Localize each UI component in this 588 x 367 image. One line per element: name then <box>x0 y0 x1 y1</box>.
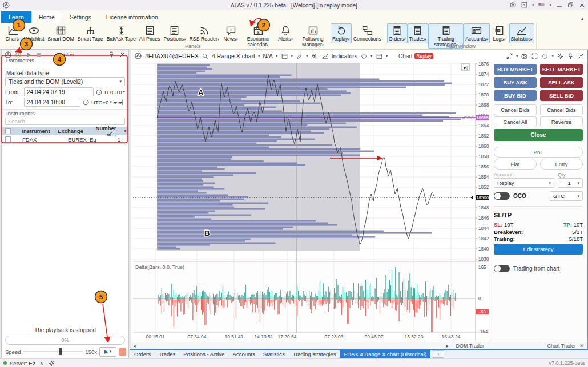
skip-forward-icon[interactable]: ▸▸ <box>114 100 117 105</box>
play-options-caret-icon[interactable]: ▾ <box>110 349 112 354</box>
workspace-tab-active-chart[interactable]: FDAX 4 Range X chart (Historical) <box>340 350 430 358</box>
from-clock-icon[interactable] <box>95 88 103 96</box>
chart-trader-close-icon[interactable]: ✕ <box>579 343 584 349</box>
symbol-search-icon[interactable] <box>202 53 209 60</box>
replay-button[interactable]: Replay▾ <box>331 23 352 43</box>
buy-market-button[interactable]: BUY MARKET <box>494 64 537 75</box>
sort-caret-icon[interactable]: ▾ <box>124 129 126 134</box>
to-timezone-select[interactable]: UTC+0▾ <box>91 99 112 106</box>
chart-status-icon[interactable] <box>541 53 549 60</box>
alerts-button[interactable]: Alerts▾ <box>276 23 295 43</box>
chart-settings-icon[interactable] <box>557 53 564 60</box>
pnl-button[interactable]: PnL <box>494 147 583 158</box>
resize-icon[interactable] <box>506 53 513 60</box>
ribbon-tab-home[interactable]: Home <box>31 11 62 23</box>
workspace-tab-positions-active[interactable]: Positions - Active <box>179 350 228 358</box>
workspace-tab-trades[interactable]: Trades <box>155 350 179 358</box>
chart-close-icon[interactable] <box>577 53 585 60</box>
ribbon-collapse-icon[interactable]: ▴ <box>581 16 583 21</box>
oco-toggle[interactable] <box>494 192 510 200</box>
qty-select[interactable]: 1▾ <box>558 178 583 188</box>
skip-to-end-icon[interactable]: ▸▸▏ <box>119 100 125 105</box>
cancel-all-button[interactable]: Cancel All <box>494 116 537 127</box>
tif-select[interactable]: GTC▾ <box>550 191 583 201</box>
instrument-search-input[interactable] <box>5 118 125 125</box>
trading-from-chart-toggle[interactable] <box>494 265 510 272</box>
flat-button[interactable]: Flat <box>494 159 537 170</box>
account-select[interactable]: Replay▾ <box>494 178 554 188</box>
close-button[interactable] <box>578 1 586 9</box>
loader-icon[interactable] <box>360 53 368 60</box>
chart-button[interactable]: Chart▾ <box>3 23 22 43</box>
speed-slider-handle[interactable] <box>59 348 62 355</box>
scroll-right-icon[interactable]: ▸ <box>446 343 449 349</box>
news-button[interactable]: News▾ <box>221 23 240 43</box>
trades-button[interactable]: Trades▾ <box>408 23 428 43</box>
to-date-input[interactable]: 24.04.24 18:00 <box>24 98 80 107</box>
playback-play-button[interactable]: ▶▾ <box>99 347 116 357</box>
ribbon-tab-settings[interactable]: Settings <box>62 11 99 23</box>
drawing-tools-icon[interactable] <box>296 53 303 60</box>
resize-caret-icon[interactable]: ▾ <box>516 54 518 58</box>
cancel-bids-left-button[interactable]: Cancel Bids <box>494 104 537 115</box>
col-exchange[interactable]: Exchange <box>58 128 96 134</box>
all-prices-button[interactable]: All Prices <box>138 23 162 43</box>
workspace-tab-statistics[interactable]: Statistics <box>259 350 289 358</box>
playback-stop-button[interactable] <box>119 348 126 356</box>
status-caret-icon[interactable]: ▾ <box>551 54 554 58</box>
screenshot-icon[interactable] <box>509 1 517 9</box>
collapse-caret-icon[interactable]: ∧ <box>40 361 43 366</box>
row-checkbox[interactable] <box>5 136 11 142</box>
chart-canvas[interactable]: 00:15:0107:34:0410:51:4114:10:5117:20:54… <box>131 62 489 341</box>
window-layout-icon[interactable] <box>376 53 383 60</box>
indicators-button[interactable]: Indicators <box>332 53 358 59</box>
smart-tape-button[interactable]: Smart Tape <box>76 23 105 43</box>
to-clock-icon[interactable] <box>82 99 90 106</box>
buy-ask-button[interactable]: BUY ASK <box>494 77 537 88</box>
close-position-button[interactable]: Close <box>494 129 583 141</box>
accounts-button[interactable]: Accounts▾ <box>464 23 489 43</box>
buy-bid-button[interactable]: BUY BID <box>494 90 537 101</box>
secondary-select[interactable]: N/A <box>263 53 273 59</box>
replay-stop-button[interactable] <box>35 51 43 59</box>
select-all-checkbox[interactable] <box>5 128 11 134</box>
edit-strategy-button[interactable]: Edit strategy <box>494 244 583 255</box>
ribbon-tab-learn[interactable]: Learn <box>1 11 31 23</box>
language-caret-icon[interactable]: ▾ <box>549 3 551 7</box>
workspace-tab-trading-strategies[interactable]: Trading strategies <box>289 350 340 358</box>
from-date-input[interactable]: 24.04.24 07:19 <box>24 87 94 96</box>
watchlist-button[interactable]: Watchlist <box>22 23 46 43</box>
help-caret-icon[interactable]: ▾ <box>532 3 534 7</box>
bid-ask-tape-button[interactable]: Bid/Ask Tape <box>105 23 138 43</box>
dom-trader-tab[interactable]: DOM Trader <box>456 343 484 349</box>
rss-reader-button[interactable]: RSS Reader▾ <box>187 23 221 43</box>
statistics-button[interactable]: Statistics▾ <box>509 23 534 43</box>
sell-ask-button[interactable]: SELL ASK <box>540 77 583 88</box>
market-data-type-select[interactable]: Ticks and the DOM (Level2) ▾ <box>5 77 125 86</box>
connections-button[interactable]: Connections <box>352 23 383 43</box>
indicators-icon[interactable] <box>321 53 329 60</box>
speed-slider[interactable] <box>23 351 83 352</box>
cancel-bids-right-button[interactable]: Cancel Bids <box>540 104 583 115</box>
chart-screenshot-icon[interactable] <box>521 53 528 60</box>
positions-button[interactable]: Positions▾ <box>162 23 187 43</box>
chart-trader-tab[interactable]: Chart Trader <box>547 343 576 349</box>
instrument-row-fdax[interactable]: FDAXEUREX_Eq1 <box>2 135 128 144</box>
scroll-left-icon[interactable]: ◂ <box>133 343 136 349</box>
smart-dom-button[interactable]: Smart DOM <box>46 23 75 43</box>
chart-pin-icon[interactable] <box>567 53 574 60</box>
fullscreen-icon[interactable] <box>531 53 538 60</box>
logs-button[interactable]: LOGLogs▾ <box>490 23 509 43</box>
orders-button[interactable]: Orders▾ <box>387 23 408 43</box>
chart-symbol[interactable]: #FDAXU4@EUREX <box>145 53 199 59</box>
language-flag-icon[interactable] <box>538 1 545 9</box>
sell-bid-button[interactable]: SELL BID <box>540 90 583 101</box>
ribbon-tab-license-information[interactable]: License information <box>99 11 166 23</box>
minimize-button[interactable] <box>555 1 563 9</box>
entry-button[interactable]: Entry <box>540 159 583 170</box>
restore-button[interactable] <box>567 1 574 9</box>
help-icon[interactable]: ? <box>521 1 528 9</box>
status-settings-icon[interactable] <box>48 360 55 367</box>
replay-power-button[interactable] <box>14 51 22 59</box>
from-timezone-select[interactable]: UTC+0▾ <box>104 89 125 95</box>
